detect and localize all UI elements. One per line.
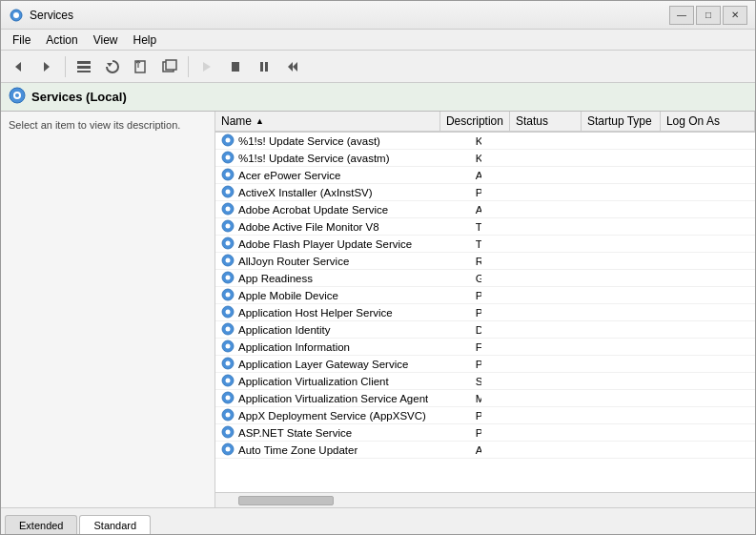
svg-point-47 — [226, 343, 231, 348]
service-startup-cell — [561, 140, 649, 142]
service-name-cell: ActiveX Installer (AxInstSV) — [215, 184, 470, 201]
column-header-logon[interactable]: Log On As — [661, 112, 755, 131]
service-startup-cell — [561, 278, 649, 279]
service-row[interactable]: %1!s! Update Service (avast)Keeps your A… — [215, 133, 755, 150]
h-scroll-thumb[interactable] — [238, 496, 334, 505]
service-icon — [221, 237, 235, 252]
menu-action[interactable]: Action — [38, 31, 85, 49]
horizontal-scrollbar[interactable] — [215, 492, 755, 507]
service-row[interactable]: Application Virtualization ClientStreams… — [215, 373, 755, 390]
service-icon — [221, 322, 235, 338]
svg-point-25 — [226, 154, 231, 159]
service-row[interactable]: Apple Mobile DeviceProvides the interfac… — [215, 287, 755, 304]
start-service-button[interactable] — [194, 54, 220, 79]
maximize-button[interactable]: □ — [696, 6, 721, 25]
service-startup-cell — [561, 157, 649, 159]
service-icon — [221, 391, 235, 406]
svg-marker-18 — [293, 62, 297, 72]
minimize-button[interactable]: — — [669, 6, 694, 25]
service-description-cell: Adobe Acrobat Updater keeps your Adobe s… — [470, 203, 481, 216]
menu-file[interactable]: File — [5, 31, 38, 49]
service-status-cell — [481, 175, 562, 176]
service-name-cell: %1!s! Update Service (avast) — [215, 133, 470, 150]
refresh-button[interactable] — [99, 54, 126, 79]
service-name-text: Application Layer Gateway Service — [238, 359, 408, 370]
svg-marker-2 — [15, 62, 21, 72]
service-row[interactable]: Adobe Acrobat Update ServiceAdobe Acroba… — [215, 201, 755, 218]
service-description-cell: Provides User Account Control validation… — [470, 186, 481, 199]
svg-point-55 — [226, 412, 231, 417]
view-button[interactable] — [71, 54, 97, 79]
tab-extended[interactable]: Extended — [5, 515, 77, 534]
resume-service-button[interactable] — [279, 54, 306, 79]
service-description-cell: Facilitates the running of interactive a… — [470, 340, 481, 354]
service-icon — [221, 408, 235, 423]
service-description-cell: Automatically sets the system time zone. — [470, 443, 481, 457]
service-icon — [221, 219, 235, 235]
pause-service-button[interactable] — [251, 54, 277, 79]
service-logon-cell — [649, 312, 755, 314]
menu-view[interactable]: View — [86, 31, 126, 49]
service-row[interactable]: Acer ePower ServiceAcer ePower Service — [215, 167, 755, 184]
service-row[interactable]: Auto Time Zone UpdaterAutomatically sets… — [215, 442, 755, 459]
service-row[interactable]: App ReadinessGets apps ready for use the… — [215, 270, 755, 287]
svg-rect-15 — [260, 62, 263, 72]
back-button[interactable] — [5, 54, 31, 79]
title-controls: — □ ✕ — [669, 6, 747, 25]
service-icon — [221, 168, 235, 183]
service-row[interactable]: Application Layer Gateway ServiceProvide… — [215, 356, 755, 373]
separator-1 — [65, 56, 66, 77]
service-logon-cell — [649, 381, 755, 382]
close-button[interactable]: ✕ — [723, 6, 747, 25]
svg-marker-3 — [44, 62, 50, 72]
service-row[interactable]: AppX Deployment Service (AppXSVC)Provide… — [215, 407, 755, 424]
service-name-text: Adobe Acrobat Update Service — [238, 204, 388, 216]
service-description-cell: Tracks files that are managed by Element… — [470, 220, 481, 234]
svg-rect-4 — [77, 61, 91, 64]
services-list-body[interactable]: %1!s! Update Service (avast)Keeps your A… — [215, 133, 755, 492]
new-window-button[interactable] — [156, 54, 183, 79]
column-header-startup[interactable]: Startup Type — [582, 112, 661, 131]
service-row[interactable]: Application Virtualization Service Agent… — [215, 390, 755, 407]
forward-button[interactable] — [33, 54, 60, 79]
export-button[interactable] — [128, 54, 154, 79]
service-row[interactable]: Application Host Helper ServiceProvides … — [215, 304, 755, 321]
svg-rect-11 — [166, 60, 176, 70]
svg-marker-7 — [107, 63, 112, 67]
stop-service-button[interactable] — [222, 54, 249, 79]
column-header-status[interactable]: Status — [510, 112, 582, 131]
service-description-cell: Provides support for 3rd party protocol … — [470, 358, 481, 371]
service-description-cell: Determines and verifies the identity of … — [470, 323, 481, 337]
service-description-cell: Keeps your Avast software up to date. If… — [470, 134, 481, 148]
service-icon — [221, 374, 235, 389]
service-row[interactable]: Adobe Active File Monitor V8Tracks files… — [215, 218, 755, 236]
service-startup-cell — [561, 192, 649, 194]
service-icon — [221, 340, 235, 355]
service-row[interactable]: ActiveX Installer (AxInstSV)Provides Use… — [215, 184, 755, 201]
separator-2 — [188, 56, 189, 77]
tab-standard[interactable]: Standard — [79, 515, 151, 534]
service-status-cell — [481, 381, 562, 382]
service-row[interactable]: Application IdentityDetermines and verif… — [215, 321, 755, 339]
service-name-cell: Apple Mobile Device — [215, 287, 470, 304]
service-name-cell: Application Layer Gateway Service — [215, 356, 470, 373]
service-row[interactable]: AllJoyn Router ServiceRoutes AllJoyn mes… — [215, 253, 755, 270]
service-name-text: ASP.NET State Service — [238, 427, 352, 439]
service-name-cell: App Readiness — [215, 270, 470, 287]
service-row[interactable]: Application InformationFacilitates the r… — [215, 339, 755, 356]
service-name-cell: Application Virtualization Service Agent — [215, 390, 470, 407]
main-content: Select an item to view its description. … — [1, 112, 755, 507]
service-row[interactable]: ASP.NET State ServiceProvides support fo… — [215, 424, 755, 442]
service-row[interactable]: %1!s! Update Service (avastm)Keeps your … — [215, 150, 755, 167]
svg-point-31 — [226, 206, 231, 211]
service-startup-cell — [561, 295, 649, 297]
svg-point-21 — [15, 93, 19, 97]
service-description-cell: Keeps your Avast software up to date. If… — [470, 152, 481, 165]
service-name-text: %1!s! Update Service (avastm) — [238, 153, 390, 164]
column-header-name[interactable]: Name ▲ — [215, 112, 440, 131]
menu-help[interactable]: Help — [126, 31, 165, 49]
column-header-description[interactable]: Description — [440, 112, 510, 131]
service-status-cell — [481, 415, 562, 417]
service-startup-cell — [561, 260, 649, 262]
service-row[interactable]: Adobe Flash Player Update ServiceThis se… — [215, 236, 755, 253]
